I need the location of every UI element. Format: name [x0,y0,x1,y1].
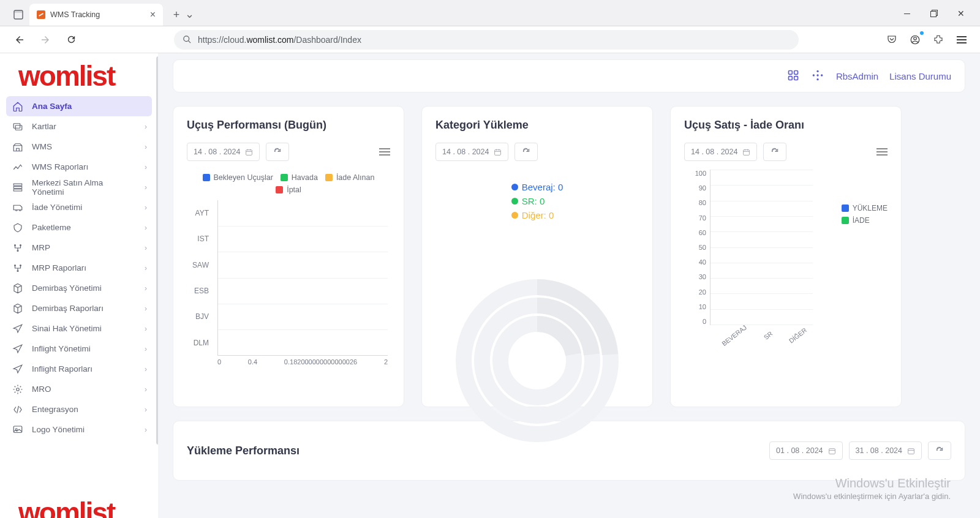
license-link[interactable]: Lisans Durumu [889,71,951,81]
sidebar-item-logo-y-netimi[interactable]: Logo Yönetimi› [6,419,152,440]
y-category: BJV [187,312,214,321]
chevron-right-icon: › [145,203,147,212]
window-maximize-icon[interactable] [922,5,946,22]
y-tick: 60 [684,229,706,236]
sidebar-item-label: MRP [32,243,50,252]
calendar-icon [828,447,836,455]
sidebar-item-mrp[interactable]: MRP› [6,238,152,258]
sidebar-item-ana-sayfa[interactable]: Ana Sayfa [6,96,152,116]
svg-rect-22 [788,71,792,75]
sidebar-item-entegrasyon[interactable]: Entegrasyon› [6,399,152,419]
account-icon[interactable] [908,32,922,47]
move-icon[interactable] [812,69,825,83]
sidebar-item-kartlar[interactable]: Kartlar› [6,116,152,137]
nav-icon [12,101,23,112]
legend-item[interactable]: İade Alınan [325,173,375,182]
date-picker[interactable]: 14 . 08 . 2024 [684,143,757,161]
sidebar-item-mro[interactable]: MRO› [6,379,152,399]
legend-item[interactable]: İADE [842,216,888,225]
nav-icon [12,343,23,355]
date-picker[interactable]: 14 . 08 . 2024 [187,143,260,161]
card-title: Yükleme Performansı [187,445,300,457]
donut-chart [445,269,629,452]
sidebar-item-label: WMS [32,142,52,151]
user-link[interactable]: RbsAdmin [836,71,878,81]
nav-icon [12,121,23,132]
svg-point-19 [17,388,20,391]
refresh-button[interactable] [266,143,289,161]
extensions-icon[interactable] [931,32,946,47]
sidebar-item-wms-raporlar-[interactable]: WMS Raporları› [6,157,152,177]
svg-point-30 [821,74,823,76]
nav-icon [12,242,23,253]
legend-item[interactable]: SR: 0 [511,196,564,206]
new-tab-button[interactable]: + [168,6,185,23]
y-category: DLM [187,339,214,347]
window-close-icon[interactable]: ✕ [949,5,973,22]
date-picker[interactable]: 14 . 08 . 2024 [435,143,508,161]
chevron-right-icon: › [145,325,147,333]
reload-icon[interactable] [62,31,80,48]
svg-point-21 [15,428,17,430]
legend-item[interactable]: Diğer: 0 [511,210,564,220]
x-tick: 0 [217,358,221,375]
date-to-picker[interactable]: 31 . 08 . 2024 [849,441,922,460]
sidebar-item-demirba-raporlar-[interactable]: Demirbaş Raporları› [6,298,152,318]
calendar-icon [907,447,915,455]
chevron-right-icon: › [145,345,147,353]
y-tick: 40 [684,258,706,266]
legend-item[interactable]: Bekleyen Uçuşlar [203,173,273,182]
sidebar-item-demirba-y-netimi[interactable]: Demirbaş Yönetimi› [6,278,152,298]
sidebar-item-inflight-raporlar-[interactable]: Inflight Raporları› [6,359,152,379]
menu-icon[interactable] [954,32,969,47]
date-from-picker[interactable]: 01 . 08 . 2024 [769,441,842,460]
pocket-icon[interactable] [884,32,899,47]
refresh-button[interactable] [928,441,951,460]
x-tick: 0.182000000000000026 [284,358,357,375]
y-tick: 50 [684,244,706,251]
window-minimize-icon[interactable]: ─ [895,5,919,22]
sidebar-item-inflight-y-netimi[interactable]: Inflight Yönetimi› [6,339,152,359]
nav-icon [12,263,23,274]
url-text: https://cloud.womlist.com/Dashboard/Inde… [198,35,361,45]
sidebar-item-label: Merkezi Satın Alma Yönetimi [32,178,136,197]
legend-item[interactable]: Beveraj: 0 [511,182,564,192]
sidebar-item-label: Kartlar [32,122,56,131]
chart-menu-icon[interactable] [876,148,888,156]
back-icon[interactable] [11,31,28,48]
forward-icon[interactable] [37,31,54,48]
sidebar-item-paketleme[interactable]: Paketleme› [6,217,152,238]
tab-list-button[interactable] [7,4,29,26]
nav-icon [12,222,23,233]
chart-menu-icon[interactable] [379,148,390,156]
svg-rect-31 [246,149,252,155]
apps-icon[interactable] [787,69,801,83]
refresh-button[interactable] [514,143,538,161]
sidebar-item-sinai-hak-y-netimi[interactable]: Sinai Hak Yönetimi› [6,318,152,339]
legend-item[interactable]: YÜKLEME [842,204,888,212]
sidebar: womlist Ana SayfaKartlar›WMS›WMS Raporla… [0,53,158,518]
y-category: AYT [187,209,214,217]
card-title: Uçuş Performansı (Bugün) [187,119,390,132]
legend-item[interactable]: Havada [281,173,318,182]
tabs-chevron-icon[interactable]: ⌄ [185,7,194,21]
legend-item[interactable]: İptal [276,186,301,194]
sidebar-item-mrp-raporlar-[interactable]: MRP Raporları› [6,258,152,278]
chevron-right-icon: › [145,405,147,414]
chevron-right-icon: › [145,223,147,232]
sidebar-item-wms[interactable]: WMS› [6,137,152,157]
sidebar-item-label: MRO [32,385,51,394]
close-tab-icon[interactable]: × [150,9,156,20]
sidebar-item-label: Demirbaş Yönetimi [32,283,102,293]
refresh-button[interactable] [763,143,786,161]
address-bar[interactable]: https://cloud.womlist.com/Dashboard/Inde… [174,30,799,50]
sidebar-item-merkezi-sat-n-alma-y-netimi[interactable]: Merkezi Satın Alma Yönetimi› [6,177,152,197]
sidebar-item-label: Demirbaş Raporları [32,304,104,313]
svg-point-28 [816,78,818,80]
svg-rect-45 [744,149,750,155]
nav-icon [12,283,23,294]
browser-tab[interactable]: WMS Tracking × [29,4,163,26]
y-tick: 70 [684,214,706,222]
chart-flight-performance: AYTISTSAWESBBJVDLM 00.40.182000000000000… [187,200,390,375]
sidebar-item-i-ade-y-netimi[interactable]: İade Yönetimi› [6,197,152,217]
